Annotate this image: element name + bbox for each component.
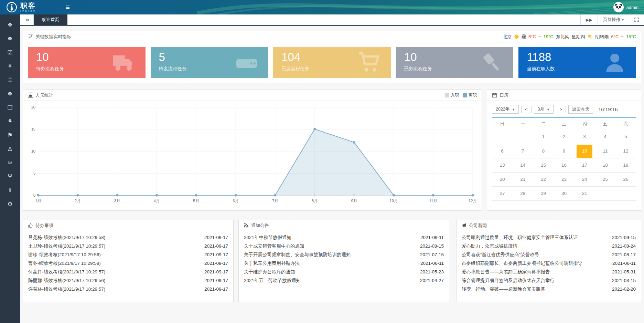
news-item[interactable]: 公司喜获“浙江省优秀供应商”荣誉称号2021-08-17 bbox=[457, 250, 641, 259]
prev-month-button[interactable]: < bbox=[521, 106, 531, 113]
todo-item[interactable]: 许菊林-绩效考核(2021/9/17 10:29:57)2021-09-17 bbox=[23, 285, 233, 293]
calendar-day-2[interactable]: 2 bbox=[554, 130, 575, 144]
calendar-day-7[interactable]: 7 bbox=[513, 144, 533, 158]
calendar-day-28[interactable]: 28 bbox=[513, 186, 533, 200]
calendar-day-23[interactable]: 23 bbox=[554, 172, 575, 186]
calendar-day-15[interactable]: 15 bbox=[533, 158, 554, 172]
item-date: 2021-09-17 bbox=[204, 252, 228, 257]
calendar-day-22[interactable]: 22 bbox=[533, 172, 554, 186]
calendar-day-11[interactable]: 11 bbox=[595, 144, 615, 158]
calendar-day-24[interactable]: 24 bbox=[574, 172, 595, 186]
calendar-day-4[interactable]: 4 bbox=[595, 130, 615, 144]
calendar-day-5[interactable]: 5 bbox=[615, 130, 636, 144]
calendar-day-14[interactable]: 14 bbox=[513, 158, 533, 172]
sidebar-item-modules[interactable]: ❖ bbox=[0, 18, 20, 32]
calendar-day-18[interactable]: 18 bbox=[595, 158, 615, 172]
tabs-scroll-left-icon[interactable]: ◀◀ bbox=[20, 14, 34, 25]
notices-item[interactable]: 关于开展公司规章制度、安全与事故预防培训的通知2021-07-15 bbox=[239, 250, 449, 259]
news-item[interactable]: 公司顺利通过质量、环境、职业健康安全管理三体系认证2021-09-15 bbox=[457, 233, 641, 242]
calendar-day-20[interactable]: 20 bbox=[492, 172, 513, 186]
calendar-day-13[interactable]: 13 bbox=[492, 158, 513, 172]
sidebar-item-team[interactable]: ☻ bbox=[0, 87, 20, 101]
kpi-panel-title: 关键数据实时指标 bbox=[35, 34, 71, 40]
calendar-day-1[interactable]: 1 bbox=[533, 130, 554, 144]
todo-item[interactable]: 何蒙肖-绩效考核(2021/9/17 10:29:57)2021-09-17 bbox=[23, 268, 233, 276]
todo-item[interactable]: 谢珍-绩效考核(2021/9/17 10:29:56)2021-09-17 bbox=[23, 250, 233, 259]
sidebar-item-salary-yen[interactable]: ¥ bbox=[0, 59, 20, 73]
sidebar-toggle-hamburger-icon[interactable]: ≡ bbox=[61, 3, 75, 11]
calendar-panel-title: 日历 bbox=[500, 92, 508, 98]
calendar-day-3[interactable]: 3 bbox=[574, 130, 595, 144]
year-select[interactable]: 2022年 ▼ bbox=[492, 105, 519, 114]
sidebar-item-info[interactable]: ℹ bbox=[0, 183, 20, 197]
calendar-day-31[interactable]: 31 bbox=[574, 186, 595, 200]
sidebar-item-activity[interactable]: ♙ bbox=[0, 142, 20, 156]
user-avatar[interactable] bbox=[613, 2, 624, 12]
app-logo[interactable]: 职客 IZHIKE bbox=[0, 2, 43, 13]
weekday-label: 五 bbox=[595, 118, 615, 130]
sidebar-item-bank[interactable]: ♖ bbox=[0, 73, 20, 87]
calendar-day-21[interactable]: 21 bbox=[513, 172, 533, 186]
kpi-card-2[interactable]: 5待发流程任务 bbox=[151, 47, 268, 78]
month-select[interactable]: 3月 ▼ bbox=[534, 105, 554, 114]
calendar-day-17[interactable]: 17 bbox=[574, 158, 595, 172]
kpi-card-3[interactable]: 104已发流程任务 bbox=[273, 47, 391, 78]
notices-item[interactable]: 关于维护办公秩序的通知2021-05-23 bbox=[239, 268, 449, 276]
fullscreen-button[interactable] bbox=[629, 14, 644, 25]
kpi-card-1[interactable]: 10待办流程任务 bbox=[28, 47, 146, 78]
item-date: 2021-09-11 bbox=[420, 235, 444, 240]
calendar-day-9[interactable]: 9 bbox=[554, 144, 575, 158]
sidebar-item-settings[interactable]: ⚙ bbox=[0, 197, 20, 211]
tab-home[interactable]: 欢迎首页 bbox=[34, 14, 67, 25]
item-title: 爱心助力，众志成城抗疫情 bbox=[462, 243, 517, 249]
calendar-day-29[interactable]: 29 bbox=[533, 186, 554, 200]
todo-item[interactable]: 吕尧栋-绩效考核(2021/9/17 10:29:58)2021-09-17 bbox=[23, 233, 233, 242]
notices-item[interactable]: 2021年中秋节放假通知2021-09-11 bbox=[239, 233, 449, 242]
next-month-button[interactable]: > bbox=[556, 106, 566, 113]
back-to-today-button[interactable]: 返回今天 bbox=[568, 105, 593, 114]
calendar-day-16[interactable]: 16 bbox=[554, 158, 575, 172]
notices-item[interactable]: 关于私车公用费用补贴办法2021-06-11 bbox=[239, 259, 449, 268]
svg-text:6月: 6月 bbox=[233, 199, 239, 203]
calendar-day-10[interactable]: 10 bbox=[574, 144, 595, 158]
username-label[interactable]: admin bbox=[626, 5, 638, 10]
item-date: 2021-08-24 bbox=[612, 243, 636, 249]
news-item[interactable]: 爱心捐款公告——为装卸工杨家青募捐报告2021-05-31 bbox=[457, 268, 641, 276]
tabs-scroll-right-icon[interactable]: ▶▶ bbox=[580, 14, 598, 25]
notices-item[interactable]: 2021年五一劳动节放假通知2021-04-27 bbox=[239, 276, 449, 285]
calendar-day-25[interactable]: 25 bbox=[595, 172, 615, 186]
calendar-day-26[interactable]: 26 bbox=[615, 172, 636, 186]
news-item[interactable]: 市委组织部副部长、市委两新工委项书记莅临公司调研指导2021-06-11 bbox=[457, 259, 641, 268]
news-item[interactable]: 综合管理提升项目签约及启动仪式在天台举行2021-03-15 bbox=[457, 276, 641, 285]
calendar-day-19[interactable]: 19 bbox=[615, 158, 636, 172]
calendar-day-12[interactable]: 12 bbox=[615, 144, 636, 158]
legend-item-离职[interactable]: 离职 bbox=[463, 92, 477, 98]
calendar-week-row: 6789101112 bbox=[492, 144, 636, 158]
todo-item[interactable]: 陈丽娜-绩效考核(2021/9/17 10:29:56)2021-09-17 bbox=[23, 276, 233, 285]
svg-text:7月: 7月 bbox=[272, 199, 278, 203]
todo-item[interactable]: 王卫玲-绩效考核(2021/9/17 10:29:57)2021-09-17 bbox=[23, 242, 233, 250]
sidebar-item-trophy[interactable]: Ψ bbox=[0, 169, 20, 183]
sidebar-item-task-check[interactable]: ☑ bbox=[0, 45, 20, 59]
sidebar-item-user[interactable]: ☺ bbox=[0, 156, 20, 169]
user-icon: ☺ bbox=[7, 159, 13, 166]
notices-item[interactable]: 关于成立销管客服中心的通知2021-08-15 bbox=[239, 242, 449, 250]
calendar-day-27[interactable]: 27 bbox=[492, 186, 513, 200]
sidebar-item-recruit[interactable]: ⚘ bbox=[0, 114, 20, 128]
legend-item-入职[interactable]: 入职 bbox=[445, 92, 459, 98]
sidebar-item-briefcase[interactable]: ❒ bbox=[0, 101, 20, 114]
sidebar-item-training[interactable]: ⚑ bbox=[0, 128, 20, 142]
todo-item[interactable]: 曹冬-绩效考核(2021/9/17 10:29:58)2021-09-17 bbox=[23, 259, 233, 268]
calendar-panel: 日历 2022年 ▼ < 3月 ▼ > 返回今天 bbox=[487, 90, 641, 211]
news-item[interactable]: 转变、行动、突破——迎新晚会完美谢幕2021-02-20 bbox=[457, 285, 641, 293]
calendar-day-8[interactable]: 8 bbox=[533, 144, 554, 158]
select-caret-icon: ▼ bbox=[512, 108, 515, 111]
item-title: 2021年五一劳动节放假通知 bbox=[244, 278, 301, 284]
news-item[interactable]: 爱心助力，众志成城抗疫情2021-08-24 bbox=[457, 242, 641, 250]
tab-operations-button[interactable]: 页签操作 ▾ bbox=[598, 14, 629, 25]
calendar-day-6[interactable]: 6 bbox=[492, 144, 513, 158]
sidebar-item-org-users[interactable]: ☻ bbox=[0, 32, 20, 45]
kpi-card-4[interactable]: 10已办流程任务 bbox=[396, 47, 514, 78]
kpi-card-5[interactable]: 1188当前在职人数 bbox=[518, 47, 636, 78]
calendar-day-30[interactable]: 30 bbox=[554, 186, 575, 200]
